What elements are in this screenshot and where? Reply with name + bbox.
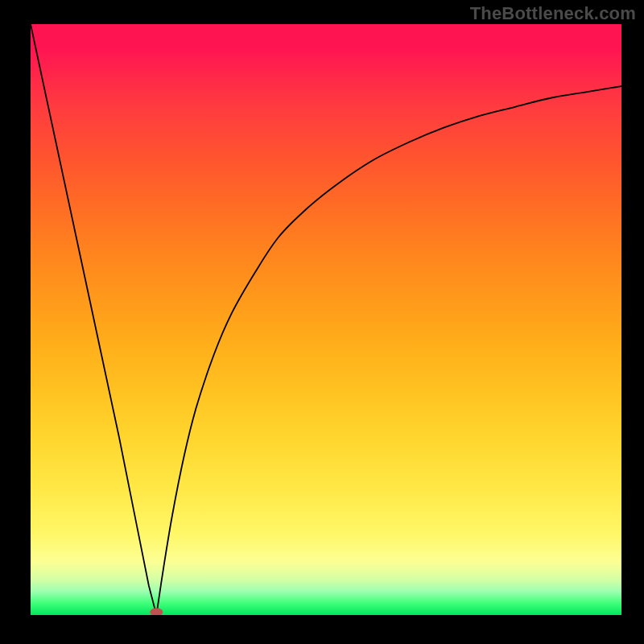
curve-left-branch [31,24,156,615]
curve-svg [31,24,621,615]
chart-frame: TheBottleneck.com [0,0,644,644]
curve-right-branch [156,86,621,615]
plot-area [31,24,621,615]
minimum-marker [150,608,163,615]
watermark-text: TheBottleneck.com [470,3,636,24]
